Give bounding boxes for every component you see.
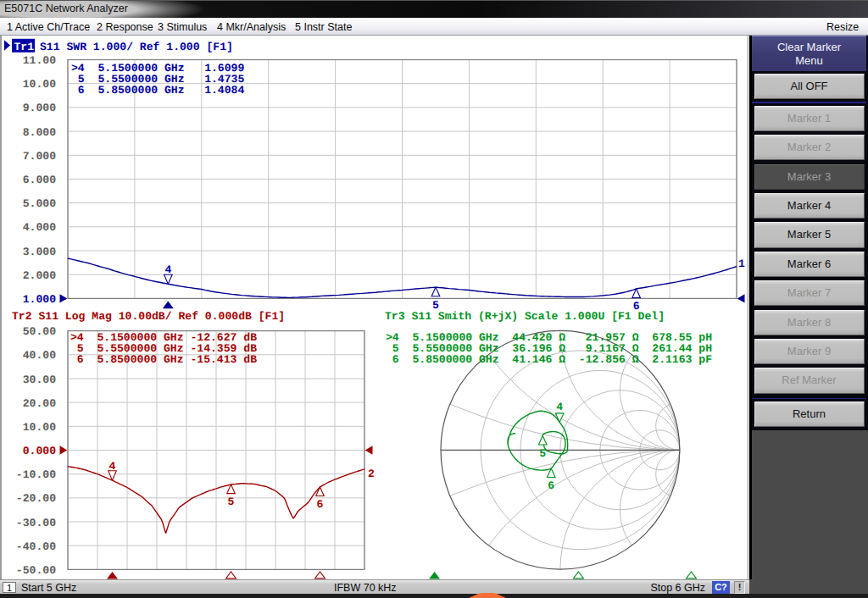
- svg-text:10.00: 10.00: [23, 421, 56, 434]
- svg-text:Tr2 S11 Log Mag 10.00dB/ Ref 0: Tr2 S11 Log Mag 10.00dB/ Ref 0.000dB [F1…: [12, 310, 285, 323]
- svg-text:6.000: 6.000: [23, 174, 56, 186]
- svg-text:9.000: 9.000: [23, 102, 56, 114]
- svg-text:5: 5: [539, 447, 546, 460]
- svg-text:S11 SWR 1.000/ Ref 1.000 [F1]: S11 SWR 1.000/ Ref 1.000 [F1]: [40, 41, 233, 53]
- svg-text:6 5.8500000 GHz 41.146 Ω -1: 6 5.8500000 GHz 41.146 Ω -12.856 Ω 2.116…: [386, 353, 712, 366]
- svg-text:30.00: 30.00: [23, 374, 56, 386]
- svg-text:0.000: 0.000: [23, 445, 56, 457]
- svg-text:50.00: 50.00: [23, 325, 56, 338]
- svg-text:-10.00: -10.00: [16, 468, 56, 481]
- svg-text:-20.00: -20.00: [16, 492, 56, 505]
- svg-text:11.00: 11.00: [23, 54, 56, 67]
- svg-text:5: 5: [228, 496, 235, 508]
- svg-text:7.000: 7.000: [23, 150, 56, 163]
- svg-text:Tr3 S11 Smith (R+jX) Scale 1.0: Tr3 S11 Smith (R+jX) Scale 1.000U [F1 De…: [385, 310, 665, 323]
- svg-text:Tr1: Tr1: [14, 41, 35, 53]
- svg-text:-30.00: -30.00: [16, 517, 56, 529]
- svg-text:4.000: 4.000: [23, 221, 56, 234]
- svg-text:6: 6: [317, 498, 324, 511]
- svg-text:8.000: 8.000: [23, 126, 56, 139]
- svg-text:10.00: 10.00: [23, 78, 56, 91]
- svg-text:5.000: 5.000: [23, 197, 56, 210]
- svg-text:1.000: 1.000: [23, 293, 56, 306]
- svg-text:40.00: 40.00: [23, 349, 56, 362]
- svg-text:20.00: 20.00: [23, 397, 56, 410]
- svg-text:3.000: 3.000: [23, 246, 56, 258]
- svg-text:6: 6: [548, 479, 554, 492]
- svg-text:6 5.8500000 GHz -15.413 dB: 6 5.8500000 GHz -15.413 dB: [70, 353, 257, 366]
- svg-text:6 5.8500000 GHz 1.4084: 6 5.8500000 GHz 1.4084: [71, 84, 244, 97]
- svg-text:1: 1: [738, 257, 745, 270]
- svg-text:2.000: 2.000: [23, 269, 56, 282]
- svg-text:5: 5: [432, 299, 439, 312]
- svg-text:-50.00: -50.00: [16, 564, 56, 577]
- svg-text:-40.00: -40.00: [16, 540, 56, 553]
- svg-text:2: 2: [368, 468, 375, 480]
- svg-text:4: 4: [556, 401, 563, 413]
